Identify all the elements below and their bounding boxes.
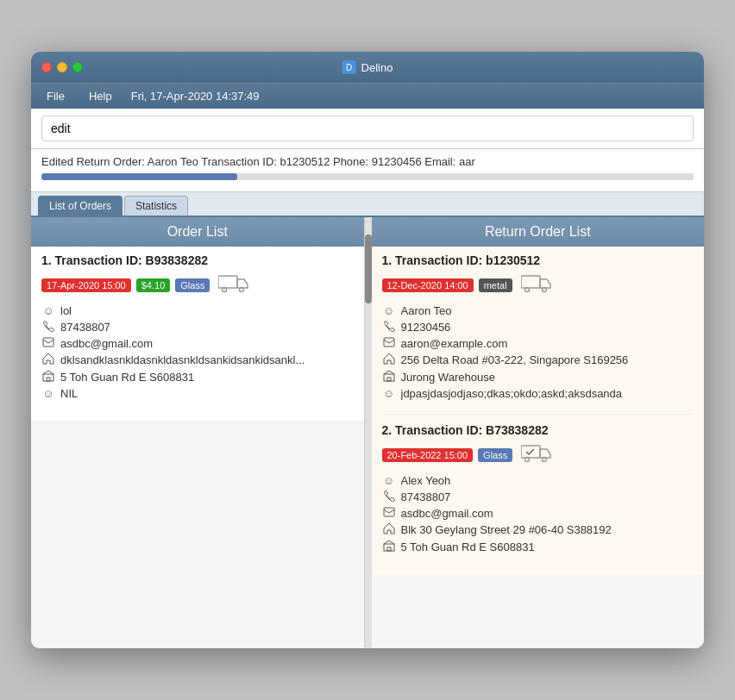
return-notes-icon-1: ☺: [382, 387, 396, 400]
phone-icon-1: [41, 320, 55, 334]
return-order-date-tag-1: 12-Dec-2020 14:00: [382, 278, 474, 292]
return-phone-icon-2: [382, 490, 396, 504]
return-order-warehouse-1: Jurong Warehouse: [401, 371, 495, 384]
return-truck-icon-1: [521, 272, 552, 297]
return-home-icon-2: [382, 522, 396, 537]
progress-bar-container: [41, 173, 694, 180]
searchbar-container: [31, 109, 704, 149]
svg-rect-6: [521, 276, 540, 288]
order-date-tag-1: 17-Apr-2020 15:00: [41, 278, 131, 292]
return-order-item-2: 2. Transaction ID: B73838282 20-Feb-2022…: [382, 423, 694, 554]
menu-help[interactable]: Help: [84, 88, 117, 104]
return-warehouse-icon-2: [382, 540, 396, 554]
return-order-date-tag-2: 20-Feb-2022 15:00: [382, 448, 474, 462]
svg-point-2: [240, 288, 244, 292]
maximize-button[interactable]: [72, 62, 83, 72]
order-tags-1: 17-Apr-2020 15:00 $4.10 Glass: [41, 272, 354, 297]
search-input[interactable]: [41, 116, 694, 141]
return-order-address-2: Blk 30 Geylang Street 29 #06-40 S388192: [401, 523, 612, 536]
order-notes-1: NIL: [60, 387, 78, 400]
svg-rect-9: [384, 338, 394, 347]
order-email-row-1: asdbc@gmail.com: [41, 337, 354, 350]
return-order-item-1: 1. Transaction ID: b1230512 12-Dec-2020 …: [382, 253, 694, 400]
return-order-address-row-1: 256 Delta Road #03-222, Singapore S16925…: [382, 353, 694, 367]
return-order-material-tag-2: Glass: [478, 448, 512, 462]
return-order-email-row-2: asdbc@gmail.com: [382, 507, 694, 520]
return-phone-icon-1: [382, 320, 396, 334]
order-name-row-1: ☺ lol: [41, 304, 354, 317]
return-order-email-1: aaron@example.com: [401, 337, 508, 350]
email-icon-1: [41, 337, 55, 350]
return-order-list-body: 1. Transaction ID: b1230512 12-Dec-2020 …: [372, 247, 705, 575]
tab-list-of-orders[interactable]: List of Orders: [38, 196, 122, 216]
svg-point-8: [542, 288, 546, 292]
return-order-warehouse-row-1: Jurong Warehouse: [382, 370, 694, 384]
return-order-name-2: Alex Yeoh: [401, 474, 451, 487]
return-person-icon-2: ☺: [382, 474, 396, 487]
return-order-address-1: 256 Delta Road #03-222, Singapore S16925…: [401, 353, 629, 366]
order-warehouse-1: 5 Toh Guan Rd E S608831: [60, 371, 194, 384]
order-warehouse-row-1: 5 Toh Guan Rd E S608831: [41, 370, 354, 384]
return-order-phone-row-2: 87438807: [382, 490, 694, 504]
return-order-phone-2: 87438807: [401, 491, 451, 503]
person-icon-1: ☺: [41, 304, 55, 317]
return-email-icon-1: [382, 337, 396, 350]
return-order-tags-2: 20-Feb-2022 15:00 Glass: [382, 442, 694, 467]
order-email-1: asdbc@gmail.com: [60, 337, 153, 350]
return-email-icon-2: [382, 507, 396, 520]
svg-rect-3: [43, 338, 53, 347]
close-button[interactable]: [41, 62, 52, 72]
titlebar: D Delino: [31, 52, 704, 83]
window-title: D Delino: [342, 60, 393, 74]
order-address-row-1: dklsandklasnkldasnkldasnkldsankidsankids…: [41, 353, 354, 367]
traffic-lights: [41, 62, 83, 72]
order-list-body: 1. Transaction ID: B93838282 17-Apr-2020…: [31, 247, 364, 421]
svg-point-7: [525, 288, 529, 292]
return-order-notes-1: jdpasjdasjodjaso;dkas;okdo;askd;aksdsand…: [401, 387, 623, 400]
order-list-panel: Order List 1. Transaction ID: B93838282 …: [31, 217, 365, 648]
minimize-button[interactable]: [57, 62, 67, 72]
order-material-tag-1: Glass: [175, 278, 210, 292]
warehouse-icon-1: [41, 370, 55, 384]
return-order-address-row-2: Blk 30 Geylang Street 29 #06-40 S388192: [382, 522, 694, 537]
menu-file[interactable]: File: [41, 88, 70, 104]
tab-statistics[interactable]: Statistics: [124, 196, 188, 216]
return-person-icon-1: ☺: [382, 304, 396, 317]
return-order-list-panel: Return Order List 1. Transaction ID: b12…: [372, 217, 705, 648]
scrollbar-thumb[interactable]: [365, 234, 372, 303]
svg-rect-11: [387, 378, 391, 381]
svg-rect-17: [387, 547, 391, 551]
order-list-header: Order List: [31, 217, 364, 247]
order-address-1: dklsandklasnkldasnkldasnkldsankidsankids…: [60, 353, 305, 366]
menubar: File Help Fri, 17-Apr-2020 14:37:49: [31, 83, 704, 109]
return-truck-icon-2: [521, 442, 552, 467]
return-order-notes-row-1: ☺ jdpasjdasjodjaso;dkas;okdo;askd;aksdsa…: [382, 387, 694, 400]
order-divider: [382, 414, 694, 415]
order-price-tag-1: $4.10: [136, 278, 171, 292]
svg-rect-5: [47, 378, 50, 381]
return-warehouse-icon-1: [382, 370, 396, 384]
order-phone-row-1: 87438807: [41, 320, 354, 334]
svg-point-14: [543, 458, 547, 462]
return-order-list-header: Return Order List: [372, 217, 705, 247]
truck-icon-1: [218, 272, 249, 297]
return-order-name-row-1: ☺ Aaron Teo: [382, 304, 694, 317]
return-order-tags-1: 12-Dec-2020 14:00 metal: [382, 272, 694, 297]
app-window: D Delino File Help Fri, 17-Apr-2020 14:3…: [31, 52, 704, 648]
scrollbar[interactable]: [365, 217, 372, 648]
datetime-display: Fri, 17-Apr-2020 14:37:49: [131, 90, 260, 103]
return-order-name-1: Aaron Teo: [401, 304, 452, 317]
return-order-warehouse-row-2: 5 Toh Guan Rd E S608831: [382, 540, 694, 554]
output-container: Edited Return Order: Aaron Teo Transacti…: [31, 149, 704, 192]
return-order-title-1: 1. Transaction ID: b1230512: [382, 253, 694, 267]
tab-bar: List of Orders Statistics: [31, 192, 704, 217]
return-order-email-2: asdbc@gmail.com: [401, 507, 493, 520]
order-notes-row-1: ☺ NIL: [41, 387, 354, 400]
order-phone-1: 87438807: [60, 321, 110, 334]
svg-rect-0: [218, 276, 237, 288]
main-content: Order List 1. Transaction ID: B93838282 …: [31, 217, 704, 648]
svg-point-13: [525, 458, 530, 462]
home-icon-1: [41, 353, 55, 367]
notes-icon-1: ☺: [41, 387, 55, 400]
svg-point-1: [223, 288, 227, 292]
